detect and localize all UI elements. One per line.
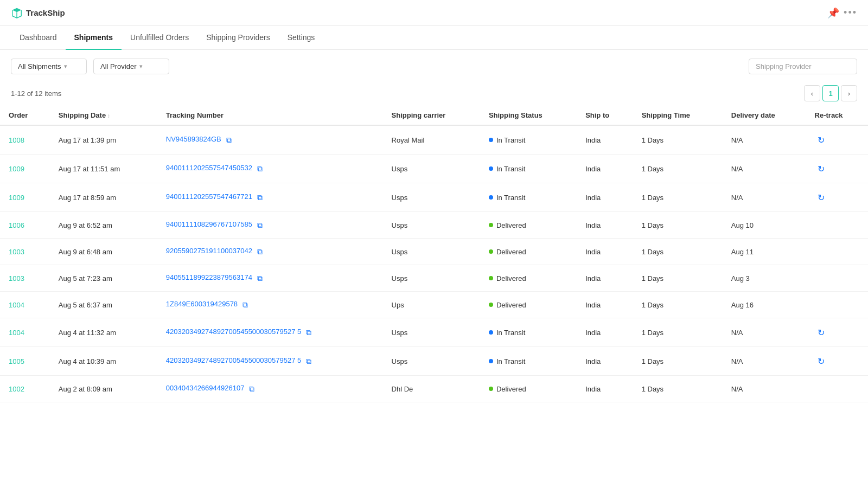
order-link[interactable]: 1002 — [9, 385, 24, 393]
nav-unfulfilled-orders[interactable]: Unfulfilled Orders — [122, 26, 197, 50]
carrier-cell: Dhl De — [383, 376, 480, 402]
copy-tracking-btn[interactable]: ⧉ — [303, 327, 314, 338]
col-ship-to: Ship to — [577, 106, 633, 125]
tracking-number-link[interactable]: 420320349274892700545500030579527 5 — [166, 328, 301, 336]
status-text: In Transit — [496, 136, 525, 144]
tracking-number-link[interactable]: NV945893824GB — [166, 135, 221, 143]
table-row: 1004Aug 5 at 6:37 am1Z849E600319429578⧉U… — [0, 292, 868, 318]
status-dot — [489, 223, 493, 227]
logo-icon — [11, 7, 23, 19]
retrack-cell — [806, 292, 868, 318]
table-row: 1003Aug 5 at 7:23 am94055118992238795631… — [0, 265, 868, 292]
tracking-number-link[interactable]: 9400111202557547450532 — [166, 164, 252, 172]
ship-to-cell: India — [577, 155, 633, 183]
nav-shipments[interactable]: Shipments — [66, 26, 122, 50]
order-link[interactable]: 1009 — [9, 194, 24, 202]
tracking-number-link[interactable]: 9405511899223879563174 — [166, 273, 252, 281]
shipments-filter[interactable]: All Shipments ▾ — [11, 59, 87, 74]
provider-filter-chevron: ▾ — [139, 63, 143, 70]
tracking-number-link[interactable]: 9205590275191100037042 — [166, 247, 252, 255]
filters-left: All Shipments ▾ All Provider ▾ — [11, 59, 169, 74]
table-row: 1004Aug 4 at 11:32 am4203203492748927005… — [0, 318, 868, 347]
shipping-date-cell: Aug 4 at 10:39 am — [50, 347, 157, 376]
shipping-date-cell: Aug 5 at 6:37 am — [50, 292, 157, 318]
shipping-date-cell: Aug 9 at 6:52 am — [50, 212, 157, 239]
status-text: In Transit — [496, 165, 525, 173]
shipping-time-cell: 1 Days — [633, 183, 723, 212]
pin-icon[interactable]: 📌 — [827, 7, 839, 19]
filters-row: All Shipments ▾ All Provider ▾ Shipping … — [0, 50, 868, 83]
col-retrack: Re-track — [806, 106, 868, 125]
nav-shipping-providers[interactable]: Shipping Providers — [197, 26, 279, 50]
col-shipping-time: Shipping Time — [633, 106, 723, 125]
svg-marker-0 — [12, 8, 22, 11]
copy-tracking-btn[interactable]: ⧉ — [254, 220, 265, 230]
retrack-button[interactable]: ↻ — [815, 326, 828, 339]
col-shipping-date[interactable]: Shipping Date — [50, 106, 157, 125]
items-count: 1-12 of 12 items — [11, 89, 61, 98]
tracking-number-link[interactable]: 1Z849E600319429578 — [166, 300, 238, 308]
copy-tracking-btn[interactable]: ⧉ — [254, 192, 265, 203]
shipping-provider-search[interactable]: Shipping Provider — [749, 59, 857, 74]
delivery-date-cell: N/A — [723, 376, 806, 402]
table-row: 1006Aug 9 at 6:52 am94001111082967671075… — [0, 212, 868, 239]
order-link[interactable]: 1003 — [9, 274, 24, 282]
order-link[interactable]: 1004 — [9, 329, 24, 337]
delivery-date-cell: N/A — [723, 155, 806, 183]
copy-tracking-btn[interactable]: ⧉ — [254, 273, 265, 284]
nav-dashboard[interactable]: Dashboard — [11, 26, 66, 50]
col-status: Shipping Status — [480, 106, 577, 125]
order-link[interactable]: 1006 — [9, 221, 24, 229]
order-link[interactable]: 1005 — [9, 357, 24, 365]
order-link[interactable]: 1008 — [9, 136, 24, 144]
col-delivery-date: Delivery date — [723, 106, 806, 125]
more-icon[interactable]: ••• — [844, 7, 857, 18]
status-dot — [489, 330, 493, 335]
shipping-time-cell: 1 Days — [633, 239, 723, 265]
retrack-button[interactable]: ↻ — [815, 191, 828, 204]
prev-page-btn[interactable]: ‹ — [804, 85, 820, 101]
provider-filter[interactable]: All Provider ▾ — [93, 59, 169, 74]
retrack-cell: ↻ — [806, 183, 868, 212]
tracking-number-link[interactable]: 00340434266944926107 — [166, 384, 245, 392]
delivery-date-cell: N/A — [723, 125, 806, 155]
nav-settings[interactable]: Settings — [279, 26, 324, 50]
copy-tracking-btn[interactable]: ⧉ — [303, 356, 314, 367]
retrack-button[interactable]: ↻ — [815, 162, 828, 175]
copy-tracking-btn[interactable]: ⧉ — [254, 163, 265, 174]
copy-tracking-btn[interactable]: ⧉ — [246, 383, 257, 394]
table-meta: 1-12 of 12 items ‹ 1 › — [0, 83, 868, 106]
page-1-btn[interactable]: 1 — [822, 85, 839, 101]
shipments-table: Order Shipping Date Tracking Number Ship… — [0, 106, 868, 402]
status-text: Delivered — [496, 221, 526, 229]
copy-icon: ⧉ — [306, 328, 311, 337]
carrier-cell: Ups — [383, 292, 480, 318]
order-link[interactable]: 1003 — [9, 248, 24, 256]
retrack-cell — [806, 376, 868, 402]
delivery-date-cell: Aug 16 — [723, 292, 806, 318]
retrack-button[interactable]: ↻ — [815, 355, 828, 368]
tracking-number-link[interactable]: 420320349274892700545500030579527 5 — [166, 356, 301, 364]
copy-tracking-btn[interactable]: ⧉ — [240, 299, 251, 310]
status-text: In Transit — [496, 357, 525, 365]
next-page-btn[interactable]: › — [841, 85, 857, 101]
status-cell: Delivered — [480, 239, 577, 265]
shipping-time-cell: 1 Days — [633, 265, 723, 292]
order-link[interactable]: 1004 — [9, 301, 24, 309]
order-link[interactable]: 1009 — [9, 165, 24, 173]
carrier-cell: Usps — [383, 347, 480, 376]
status-text: Delivered — [496, 274, 526, 282]
table-header-row: Order Shipping Date Tracking Number Ship… — [0, 106, 868, 125]
ship-to-cell: India — [577, 292, 633, 318]
provider-filter-label: All Provider — [100, 62, 136, 70]
retrack-button[interactable]: ↻ — [815, 133, 828, 146]
tracking-number-link[interactable]: 9400111202557547467721 — [166, 192, 252, 201]
col-order: Order — [0, 106, 50, 125]
copy-tracking-btn[interactable]: ⧉ — [224, 134, 234, 145]
carrier-cell: Usps — [383, 265, 480, 292]
status-cell: In Transit — [480, 318, 577, 347]
ship-to-cell: India — [577, 265, 633, 292]
shipping-date-cell: Aug 2 at 8:09 am — [50, 376, 157, 402]
copy-tracking-btn[interactable]: ⧉ — [254, 246, 265, 257]
tracking-number-link[interactable]: 9400111108296767107585 — [166, 220, 252, 228]
